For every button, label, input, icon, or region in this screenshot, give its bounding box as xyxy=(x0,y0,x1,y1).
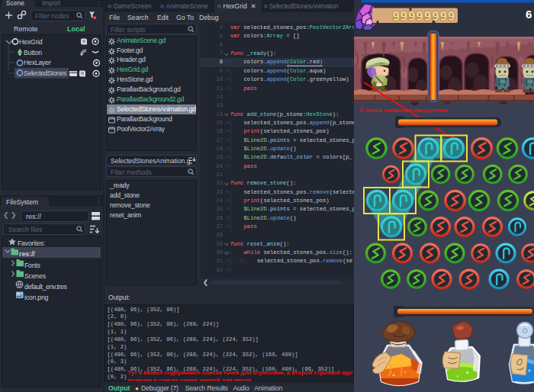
svg-text:99999999: 99999999 xyxy=(392,9,455,23)
svg-text:6: 6 xyxy=(526,8,532,21)
